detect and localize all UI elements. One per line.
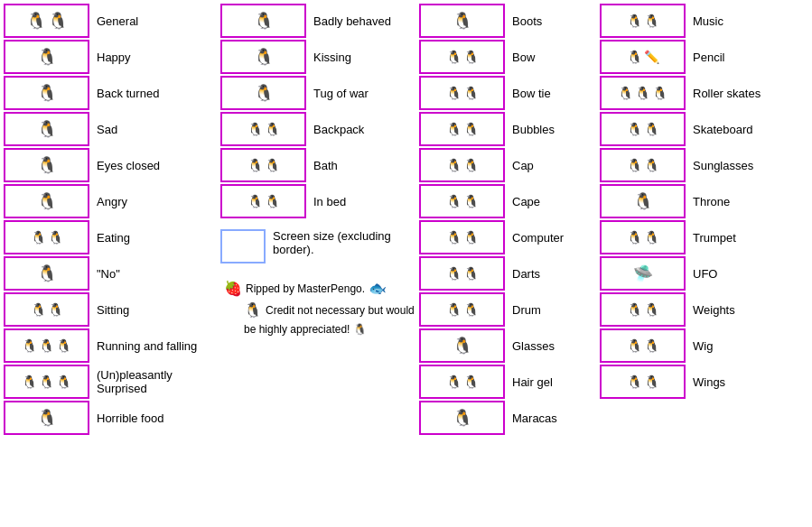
column-2: 🐧 Badly behaved 🐧 Kissing 🐧 Tug of war 🐧… — [220, 4, 419, 437]
list-item: 🐧 🐧 🐧 Running and falling — [4, 328, 220, 363]
screen-size-label: Screen size (excluding border). — [273, 229, 399, 256]
list-item: 🐧 🐧 Sunglasses — [600, 148, 812, 182]
penguin-icon: 🐧 — [453, 410, 472, 426]
icon-box-no: 🐧 — [4, 256, 89, 291]
penguin-icon: 🐧 — [652, 87, 667, 99]
list-item: 🐧 🐧 Darts — [419, 256, 600, 291]
item-label: Trumpet — [693, 231, 736, 245]
penguin-icon: 🐧 — [22, 375, 37, 388]
penguin-icon: 🐧 — [56, 339, 71, 352]
icon-box-pencil: 🐧 ✏️ — [600, 40, 686, 74]
penguin-icon: 🐧 — [254, 49, 274, 65]
item-label: Eyes closed — [97, 159, 160, 172]
list-item: 🐧 "No" — [4, 256, 220, 291]
item-label: (Un)pleasantlySurprised — [97, 368, 173, 395]
screen-size-row: Screen size (excluding border). — [220, 229, 419, 264]
penguin-icon: 🐧 — [446, 267, 462, 280]
ufo-icon: 🛸 — [633, 265, 653, 282]
list-item: 🐧 Boots — [419, 4, 600, 38]
icon-box-skateboard: 🐧 🐧 — [600, 112, 686, 146]
penguin-icon: 🐧 — [453, 337, 472, 354]
item-label: Eating — [97, 231, 130, 245]
penguin-icon: 🐧 — [39, 375, 54, 388]
penguin-icon: 🐧 — [627, 339, 642, 352]
penguin-icon: 🐧 — [48, 303, 63, 316]
penguin-icon: 🐧 — [247, 195, 263, 208]
icon-box-throne: 🐧 — [600, 184, 686, 218]
item-label: "No" — [97, 267, 120, 281]
icon-pair: 🐧 🐧 — [247, 159, 280, 171]
icon-box-cap: 🐧 🐧 — [419, 148, 505, 182]
icon-pair: 🐧 🐧 — [627, 159, 659, 171]
list-item: 🐧 Back turned — [4, 76, 220, 110]
item-label: Throne — [693, 195, 730, 208]
penguin-icon: 🐧 — [37, 157, 57, 173]
penguin-icon: 🐧 — [463, 231, 479, 244]
list-item: 🐧 🐧 Eating — [4, 220, 220, 254]
icon-pair: 🐧 🐧 — [446, 375, 479, 388]
icon-box-happy: 🐧 — [4, 40, 89, 74]
icon-pair: 🐧 🐧 🐧 — [618, 87, 667, 99]
icon-box-bow-tie: 🐧 🐧 — [419, 76, 505, 110]
item-label: Horrible food — [97, 411, 163, 425]
icon-pair: 🐧 🐧 — [31, 303, 63, 316]
penguin-icon: 🐧 — [463, 267, 479, 280]
pencil-icon: ✏️ — [644, 51, 659, 63]
penguin-icon: 🐧 — [446, 231, 462, 244]
item-label: Wings — [693, 375, 725, 389]
penguin-icon: 🐧 — [254, 85, 274, 101]
penguin-icon: 🐧 — [31, 303, 46, 316]
item-label: Happy — [97, 51, 131, 64]
list-item: 🐧 🐧 Bow — [419, 40, 600, 74]
credit-text-2: Credit not necessary but would — [266, 302, 415, 319]
penguin-icon: 🐧 — [446, 87, 462, 99]
list-item: 🐧 🐧 Music — [600, 4, 812, 38]
penguin-icon: 🐧 — [446, 123, 462, 135]
penguin-icon: 🐧 — [627, 303, 642, 316]
icon-box-computer: 🐧 🐧 — [419, 220, 505, 254]
penguin-icon: 🐧 — [48, 231, 63, 244]
credit-line-1: 🍓 Ripped by MasterPengo. 🐟 — [224, 278, 419, 300]
list-item: 🐧 Glasses — [419, 328, 600, 363]
penguin-icon: 🐧 — [644, 159, 659, 171]
icon-box-cape: 🐧 🐧 — [419, 184, 505, 218]
penguin-icon: 🐧 — [446, 159, 462, 171]
fish-icon: 🐟 — [369, 278, 387, 300]
list-item: 🐧 🐧 General — [4, 4, 220, 38]
penguin-icon: 🐧 — [627, 123, 642, 135]
icon-box-drum: 🐧 🐧 — [419, 292, 505, 327]
icon-box-kissing: 🐧 — [220, 40, 306, 74]
credit-section: 🍓 Ripped by MasterPengo. 🐟 🐧 Credit not … — [220, 278, 419, 337]
item-label: Angry — [97, 195, 127, 208]
list-item: 🐧 Kissing — [220, 40, 419, 74]
penguin-icon: 🐧 — [26, 13, 46, 29]
item-label: Sad — [97, 123, 117, 136]
item-label: Skateboard — [693, 123, 753, 136]
penguin-icon: 🐧 — [446, 303, 462, 316]
list-item: 🐧 Angry — [4, 184, 220, 218]
penguin-icon: 🐧 — [446, 195, 462, 208]
icon-box-angry: 🐧 — [4, 184, 89, 218]
icon-box-trumpet: 🐧 🐧 — [600, 220, 686, 254]
penguin-icon: 🐧 — [644, 231, 659, 244]
item-label: Glasses — [512, 339, 555, 353]
icon-box-badly-behaved: 🐧 — [220, 4, 306, 38]
penguin-icon: 🐧 — [37, 121, 57, 137]
penguin-icon: 🐧 — [254, 13, 274, 29]
main-container: 🐧 🐧 General 🐧 Happy 🐧 Back turned 🐧 — [0, 0, 812, 440]
penguin-icon: 🐧 — [463, 87, 479, 99]
icon-box-bubbles: 🐧 🐧 — [419, 112, 505, 146]
icon-pair: 🐧 🐧 — [627, 339, 659, 352]
icon-pair: 🐧 🐧 🐧 — [22, 375, 71, 388]
penguin-icon: 🐧 — [37, 49, 57, 65]
penguin-icon: 🐧 — [635, 87, 650, 99]
icon-box-sitting: 🐧 🐧 — [4, 292, 89, 327]
penguin-icon: 🐧 — [618, 87, 633, 99]
icon-pair: 🐧 🐧 — [247, 123, 280, 135]
column-3: 🐧 Boots 🐧 🐧 Bow 🐧 🐧 Bow tie — [419, 4, 600, 437]
penguin-icon: 🐧 — [37, 410, 57, 426]
list-item: 🐧 Badly behaved — [220, 4, 419, 38]
credit-text-3: be highly appreciated! 🐧 — [244, 321, 367, 337]
item-label: Back turned — [97, 87, 159, 100]
item-label: Bath — [313, 159, 338, 172]
